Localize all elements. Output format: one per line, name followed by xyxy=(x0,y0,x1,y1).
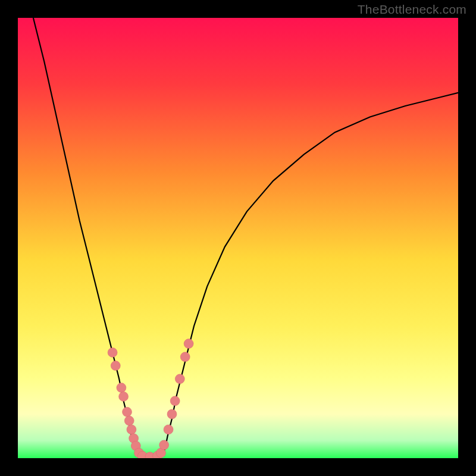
marker-dot xyxy=(117,383,126,393)
marker-dot xyxy=(170,396,180,406)
marker-group xyxy=(108,339,193,458)
marker-dot xyxy=(167,409,177,419)
marker-dot xyxy=(127,425,136,434)
marker-dot xyxy=(164,425,173,434)
chart-frame: TheBottleneck.com xyxy=(0,0,476,476)
marker-dot xyxy=(108,347,117,357)
marker-dot xyxy=(175,374,184,384)
marker-dot xyxy=(124,416,134,425)
marker-dot xyxy=(159,440,169,450)
marker-dot xyxy=(111,361,120,371)
marker-dot xyxy=(184,339,193,349)
curve-layer xyxy=(18,18,458,458)
bottleneck-curve xyxy=(33,18,458,458)
plot-area xyxy=(18,18,458,458)
marker-dot xyxy=(119,392,129,401)
marker-dot xyxy=(123,407,132,416)
attribution-text: TheBottleneck.com xyxy=(358,2,466,17)
marker-dot xyxy=(180,352,190,362)
